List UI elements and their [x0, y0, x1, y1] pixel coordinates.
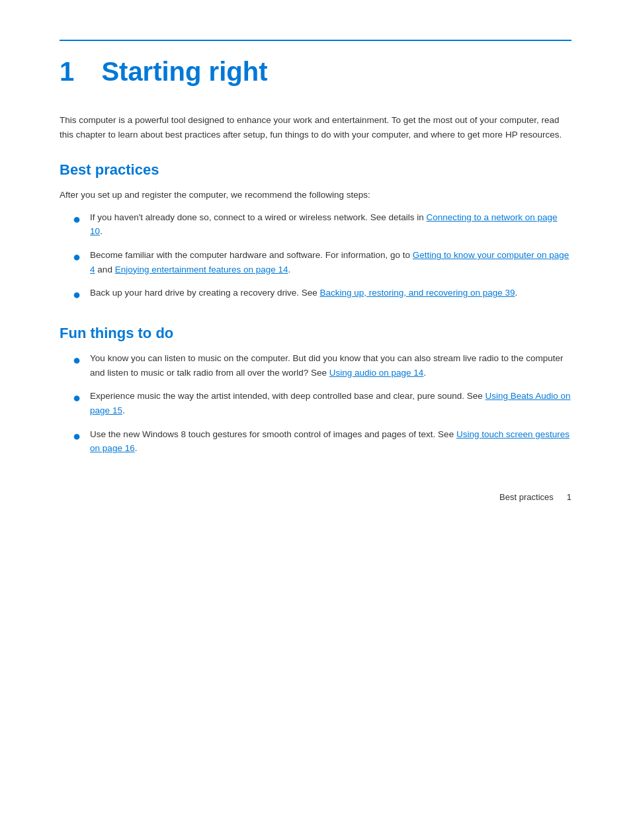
backup-text-before: Back up your hard drive by creating a re… — [90, 288, 319, 298]
list-item-hardware: ● Become familiar with the computer hard… — [73, 248, 571, 276]
link-using-audio[interactable]: Using audio on page 14 — [329, 368, 424, 378]
bullet-dot-4: ● — [73, 349, 81, 370]
list-item-backup: ● Back up your hard drive by creating a … — [73, 286, 571, 305]
bullet-dot-5: ● — [73, 387, 81, 408]
network-text-before: If you haven't already done so, connect … — [90, 212, 426, 222]
link-backing-up[interactable]: Backing up, restoring, and recovering on… — [320, 288, 515, 298]
touch-text-after: . — [135, 443, 138, 453]
bullet-text-backup: Back up your hard drive by creating a re… — [90, 286, 571, 300]
fun-things-list: ● You know you can listen to music on th… — [73, 351, 571, 456]
hardware-text-after: . — [288, 265, 291, 274]
bullet-dot-3: ● — [73, 284, 81, 305]
top-rule — [60, 40, 571, 41]
chapter-title-text: Starting right — [101, 57, 267, 86]
chapter-title: 1 Starting right — [60, 57, 571, 87]
beats-text-before: Experience music the way the artist inte… — [90, 391, 485, 401]
bullet-dot-2: ● — [73, 246, 81, 267]
network-text-after: . — [100, 226, 103, 236]
bullet-dot-6: ● — [73, 425, 81, 446]
best-practices-intro: After you set up and register the comput… — [60, 188, 571, 202]
hardware-text-before: Become familiar with the computer hardwa… — [90, 250, 413, 260]
list-item-touch: ● Use the new Windows 8 touch gestures f… — [73, 427, 571, 456]
list-item-network: ● If you haven't already done so, connec… — [73, 210, 571, 239]
footer-section-label: Best practices — [499, 492, 554, 502]
section-heading-fun-things: Fun things to do — [60, 325, 571, 342]
best-practices-list: ● If you haven't already done so, connec… — [73, 210, 571, 305]
page-container: 1 Starting right This computer is a powe… — [0, 0, 631, 528]
bullet-text-audio: You know you can listen to music on the … — [90, 351, 571, 380]
bullet-text-hardware: Become familiar with the computer hardwa… — [90, 248, 571, 276]
section-heading-best-practices: Best practices — [60, 161, 571, 179]
bullet-dot-1: ● — [73, 208, 81, 230]
bullet-text-touch: Use the new Windows 8 touch gestures for… — [90, 427, 571, 456]
bullet-text-network: If you haven't already done so, connect … — [90, 210, 571, 239]
audio-text-after: . — [423, 368, 426, 378]
intro-paragraph: This computer is a powerful tool designe… — [60, 113, 571, 142]
list-item-audio: ● You know you can listen to music on th… — [73, 351, 571, 380]
beats-text-after: . — [122, 405, 125, 415]
footer-page-number: 1 — [567, 492, 571, 502]
audio-text-before: You know you can listen to music on the … — [90, 353, 563, 378]
link-enjoying-entertainment[interactable]: Enjoying entertainment features on page … — [115, 265, 288, 274]
hardware-text-middle: and — [95, 265, 115, 274]
list-item-beats: ● Experience music the way the artist in… — [73, 389, 571, 417]
touch-text-before: Use the new Windows 8 touch gestures for… — [90, 429, 456, 439]
chapter-number: 1 — [60, 57, 74, 86]
bullet-text-beats: Experience music the way the artist inte… — [90, 389, 571, 417]
backup-text-after: . — [515, 288, 517, 298]
page-footer: Best practices 1 — [499, 492, 571, 502]
